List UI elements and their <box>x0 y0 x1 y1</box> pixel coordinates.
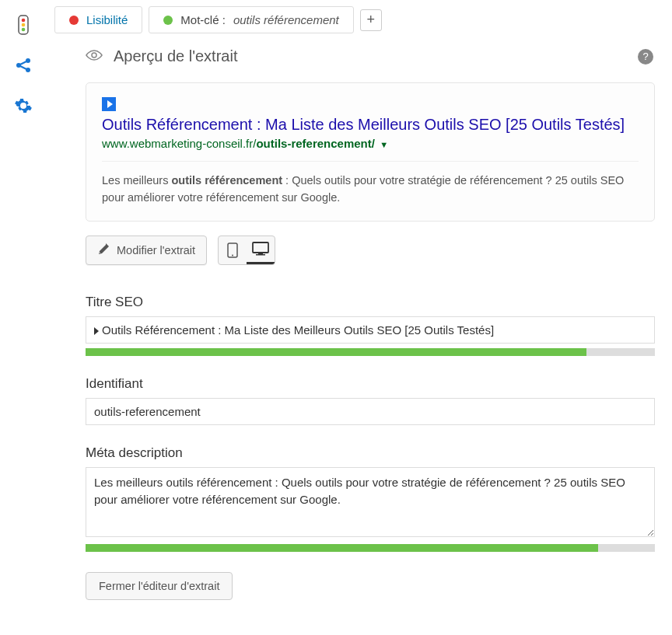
meta-description-label: Méta description <box>86 445 655 461</box>
slug-label: Identifiant <box>86 376 655 392</box>
svg-rect-13 <box>258 253 263 254</box>
desktop-view-button[interactable] <box>247 236 275 264</box>
svg-point-9 <box>92 53 96 58</box>
svg-rect-14 <box>256 254 265 256</box>
seo-title-label: Titre SEO <box>86 295 655 310</box>
edit-snippet-button[interactable]: Modifier l'extrait <box>86 236 207 265</box>
dropdown-caret-icon: ▼ <box>380 140 388 149</box>
add-tab-button[interactable]: + <box>360 9 382 31</box>
seo-title-input[interactable]: Outils Référencement : Ma Liste des Meil… <box>86 316 655 344</box>
preview-title[interactable]: Outils Référencement : Ma Liste des Meil… <box>102 97 639 134</box>
svg-point-2 <box>22 23 26 27</box>
variable-icon <box>94 327 99 335</box>
meta-description-input[interactable] <box>86 467 655 537</box>
preview-description: Les meilleurs outils référencement : Que… <box>102 161 639 207</box>
svg-point-11 <box>232 254 233 256</box>
tab-label: Lisibilité <box>86 13 128 26</box>
snippet-header-title: Aperçu de l'extrait <box>114 47 237 65</box>
tab-keyword[interactable]: Mot-clé : outils référencement <box>149 6 353 33</box>
eye-icon <box>86 49 103 64</box>
help-icon[interactable]: ? <box>638 49 653 65</box>
tab-readability[interactable]: Lisibilité <box>54 6 142 33</box>
meta-description-progress <box>86 544 655 552</box>
traffic-light-icon[interactable] <box>14 16 33 34</box>
svg-line-7 <box>20 61 26 65</box>
share-icon[interactable] <box>14 56 33 75</box>
play-icon <box>102 97 116 111</box>
sidebar <box>0 0 47 622</box>
tabs-bar: Lisibilité Mot-clé : outils référencemen… <box>54 6 664 33</box>
close-editor-button[interactable]: Fermer l'éditeur d'extrait <box>86 572 233 600</box>
tab-label: Mot-clé : <box>180 13 226 26</box>
mobile-view-button[interactable] <box>219 236 247 264</box>
pencil-icon <box>97 243 109 257</box>
svg-point-1 <box>22 19 26 23</box>
svg-line-8 <box>20 66 26 69</box>
seo-title-progress <box>86 348 655 356</box>
gear-icon[interactable] <box>14 96 33 115</box>
preview-url[interactable]: www.webmarketing-conseil.fr/outils-refer… <box>102 137 639 150</box>
status-dot-green <box>163 16 173 25</box>
slug-input[interactable] <box>86 398 655 425</box>
device-toggle <box>218 236 275 265</box>
snippet-preview: Outils Référencement : Ma Liste des Meil… <box>86 82 655 222</box>
status-dot-red <box>69 16 79 25</box>
svg-point-3 <box>22 28 26 32</box>
svg-rect-12 <box>253 242 268 253</box>
tab-keyword-value: outils référencement <box>233 13 339 26</box>
